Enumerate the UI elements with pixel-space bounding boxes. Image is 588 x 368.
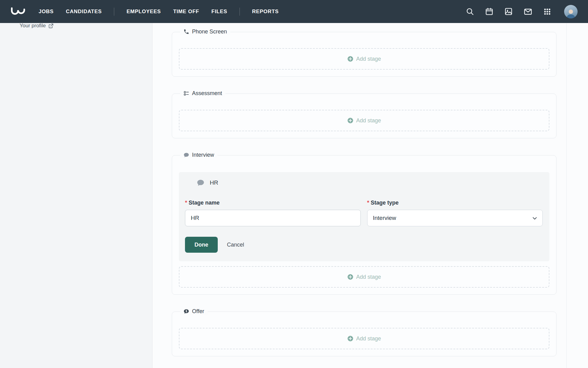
nav-menu: JOBS CANDIDATES EMPLOYEES TIME OFF FILES… <box>39 8 291 16</box>
nav-item-time-off[interactable]: TIME OFF <box>173 9 199 15</box>
stage-group-interview: Interview HR * Stage name <box>172 155 556 295</box>
nav-item-jobs[interactable]: JOBS <box>39 9 54 15</box>
stage-group-title: Assessment <box>192 90 222 97</box>
top-nav: JOBS CANDIDATES EMPLOYEES TIME OFF FILES… <box>0 0 588 23</box>
chevron-down-icon <box>531 215 538 222</box>
stage-editor: HR * Stage name * Stage type <box>179 172 549 261</box>
chat-bubble-icon <box>183 152 189 158</box>
stage-name-field-group: * Stage name <box>185 200 361 226</box>
nav-actions <box>466 5 578 18</box>
add-stage-button[interactable]: Add stage <box>179 328 549 349</box>
stage-group-legend: Offer <box>180 308 208 315</box>
plus-circle-icon <box>347 274 353 280</box>
stage-editor-title: HR <box>210 179 218 186</box>
nav-divider <box>114 8 114 16</box>
stage-type-selected-value: Interview <box>373 215 396 221</box>
add-stage-label: Add stage <box>356 56 381 62</box>
app-logo-icon[interactable] <box>10 7 26 16</box>
offer-bubble-icon <box>183 309 189 314</box>
media-photo-icon[interactable] <box>504 7 513 16</box>
plus-circle-icon <box>347 117 353 124</box>
done-button[interactable]: Done <box>185 237 218 253</box>
add-stage-button[interactable]: Add stage <box>179 48 549 70</box>
avatar[interactable] <box>564 5 578 18</box>
stage-group-legend: Interview <box>180 152 217 158</box>
stage-editor-form: * Stage name * Stage type Interview <box>179 190 549 226</box>
nav-item-files[interactable]: FILES <box>211 9 227 15</box>
nav-divider <box>239 8 240 16</box>
stage-name-label: * Stage name <box>185 200 361 206</box>
stage-group-legend: Assessment <box>180 90 225 97</box>
stage-group-offer: Offer Add stage <box>172 312 556 356</box>
stage-name-input[interactable] <box>185 210 361 226</box>
nav-item-employees[interactable]: EMPLOYEES <box>126 9 161 15</box>
chat-bubble-icon <box>197 179 205 187</box>
required-asterisk: * <box>185 200 187 206</box>
external-link-icon <box>48 23 54 29</box>
stage-type-label: * Stage type <box>367 200 543 206</box>
required-asterisk: * <box>367 200 369 206</box>
nav-item-reports[interactable]: REPORTS <box>252 9 279 15</box>
profile-link-label: Your profile <box>20 23 46 29</box>
profile-link[interactable]: Your profile <box>20 23 54 29</box>
sidebar: Your profile <box>0 23 153 368</box>
stage-editor-header: HR <box>179 172 549 190</box>
cancel-button[interactable]: Cancel <box>227 242 244 248</box>
checklist-icon <box>183 90 189 96</box>
pipeline-editor: Phone Screen Add stage Assessment <box>153 23 588 368</box>
calendar-icon[interactable] <box>485 7 493 16</box>
mail-icon[interactable] <box>524 7 532 16</box>
stage-group-phone-screen: Phone Screen Add stage <box>172 32 556 77</box>
add-stage-button[interactable]: Add stage <box>179 110 549 131</box>
nav-item-candidates[interactable]: CANDIDATES <box>66 9 102 15</box>
search-icon[interactable] <box>466 7 474 16</box>
stage-type-select[interactable]: Interview <box>367 210 543 226</box>
add-stage-button[interactable]: Add stage <box>179 266 549 288</box>
stage-group-title: Phone Screen <box>192 29 227 35</box>
plus-circle-icon <box>347 56 353 62</box>
stage-type-field-group: * Stage type Interview <box>367 200 543 226</box>
stage-group-title: Interview <box>192 152 214 158</box>
plus-circle-icon <box>347 335 353 342</box>
apps-grid-icon[interactable] <box>543 8 551 16</box>
content-right-divider <box>566 23 567 368</box>
add-stage-label: Add stage <box>356 117 381 124</box>
add-stage-label: Add stage <box>356 335 381 342</box>
phone-icon <box>183 29 189 35</box>
stage-group-title: Offer <box>192 308 204 315</box>
stage-editor-footer: Done Cancel <box>179 226 549 261</box>
add-stage-label: Add stage <box>356 274 381 280</box>
stage-group-assessment: Assessment Add stage <box>172 94 556 138</box>
stage-group-legend: Phone Screen <box>180 29 230 35</box>
